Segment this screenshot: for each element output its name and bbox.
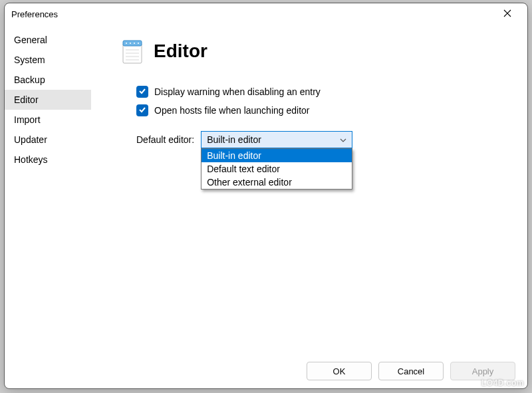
sidebar-item-import[interactable]: Import [5, 110, 91, 130]
svg-point-5 [138, 43, 139, 44]
default-editor-combo: Built-in editor Built-in editor Default … [201, 131, 352, 148]
svg-point-4 [134, 43, 135, 44]
svg-point-2 [126, 43, 127, 44]
default-editor-select[interactable]: Built-in editor [201, 131, 352, 148]
sidebar-item-system[interactable]: System [5, 50, 91, 70]
sidebar-item-general[interactable]: General [5, 30, 91, 50]
content-area: General System Backup Editor Import Upda… [5, 25, 527, 354]
default-editor-value: Built-in editor [207, 134, 261, 145]
chevron-down-icon [340, 136, 346, 144]
checkbox-open-hosts[interactable] [136, 104, 148, 116]
checkbox-display-warning-label: Display warning when disabling an entry [154, 86, 321, 97]
notepad-icon [118, 37, 147, 66]
button-bar: OK Cancel Apply [5, 354, 527, 388]
sidebar-item-editor[interactable]: Editor [5, 90, 91, 110]
close-button[interactable] [494, 5, 521, 23]
check-icon [138, 106, 146, 116]
default-editor-dropdown: Built-in editor Default text editor Othe… [201, 148, 352, 190]
apply-button[interactable]: Apply [450, 362, 515, 380]
svg-point-3 [130, 43, 131, 44]
default-editor-row: Default editor: Built-in editor Built-in… [136, 131, 501, 148]
ok-button[interactable]: OK [307, 362, 372, 380]
watermark: LO4D.com [481, 378, 524, 388]
default-editor-label: Default editor: [136, 134, 194, 145]
dropdown-option-external[interactable]: Other external editor [201, 176, 352, 189]
checkbox-display-warning[interactable] [136, 86, 148, 98]
close-icon [503, 9, 511, 19]
window-title: Preferences [11, 9, 494, 19]
preferences-window: Preferences General System Backup Editor… [4, 3, 528, 389]
titlebar: Preferences [5, 3, 527, 25]
dropdown-option-builtin[interactable]: Built-in editor [201, 149, 352, 162]
page-heading: Editor [118, 37, 501, 66]
check-icon [138, 87, 146, 97]
sidebar-item-backup[interactable]: Backup [5, 70, 91, 90]
dropdown-option-default-text[interactable]: Default text editor [201, 162, 352, 176]
sidebar-item-updater[interactable]: Updater [5, 130, 91, 150]
page-title: Editor [154, 41, 207, 62]
checkbox-open-hosts-label: Open hosts file when launching editor [154, 105, 309, 116]
cancel-button[interactable]: Cancel [378, 362, 444, 380]
option-open-hosts: Open hosts file when launching editor [136, 104, 501, 116]
sidebar-item-hotkeys[interactable]: Hotkeys [5, 150, 91, 170]
sidebar: General System Backup Editor Import Upda… [5, 25, 91, 354]
main-panel: Editor Display warning when disabling an… [91, 25, 527, 354]
option-display-warning: Display warning when disabling an entry [136, 86, 501, 98]
